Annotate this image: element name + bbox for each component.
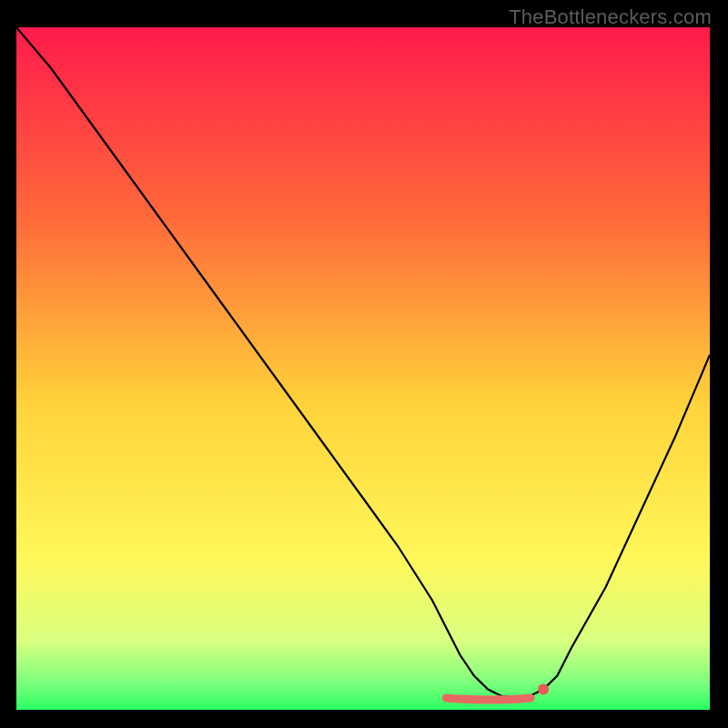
bottleneck-curve [16,27,710,696]
optimal-point-dot [538,684,549,695]
chart-frame: TheBottleneckers.com [0,0,728,728]
watermark-text: TheBottleneckers.com [509,5,712,29]
optimal-range-highlight [446,698,531,700]
plot-area [16,27,710,710]
curve-layer [16,27,710,710]
